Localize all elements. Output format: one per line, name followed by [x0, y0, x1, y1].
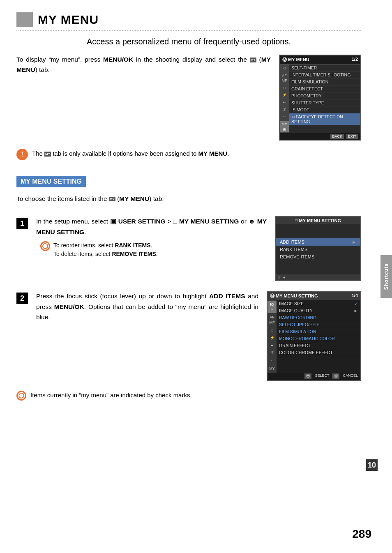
menu-item-shutter: SHUTTER TYPE [289, 99, 360, 106]
icon-iq: IQ [280, 65, 289, 71]
footer-cancel-icon: Ⓐ [332, 373, 339, 379]
intro-text: To display “my menu”, press MENU/OK in t… [16, 55, 271, 75]
camera-menu-display-3: Ⓜ MY MENU SETTING 1/4 IQ• AFMF □ ⚡ •• ℱ … [267, 291, 361, 381]
note-box-1: ! The MY tab is only available if option… [16, 149, 361, 160]
menu-item-color-chrome: COLOR CHROME EFFECT [277, 349, 360, 356]
footer-exit: EXIT [346, 134, 358, 139]
camera-menu-title-1: Ⓜ MY MENU [282, 57, 309, 63]
icon-cam: □ [280, 85, 289, 91]
menu-item-is: IS MODE [289, 106, 360, 113]
camera-menu-header-3: Ⓜ MY MENU SETTING 1/4 [267, 292, 360, 300]
camera-menu-page-1: 1/2 [352, 57, 358, 63]
note-text-1: The MY tab is only available if options … [32, 149, 361, 159]
menu-item-face: ☺FACE/EYE DETECTION SETTING [289, 113, 360, 125]
icon-cam-3: □ [267, 327, 277, 334]
icon-iq-3: IQ• [267, 301, 277, 313]
step-1-content: In the setup menu, select ▣ USER SETTING… [36, 216, 267, 258]
menu-item-mono: MONOCHROMATIC COLOR [277, 335, 360, 342]
menu-item-rank: RANK ITEMS [276, 246, 360, 253]
camera-menu-header-1: Ⓜ MY MENU 1/2 [280, 55, 360, 65]
subtitle: Access a personalized menu of frequently… [16, 37, 361, 46]
icon-wave-3: ∼ [267, 357, 277, 364]
subsection-intro: To choose the items listed in the MY (MY… [16, 194, 361, 203]
camera-menu-sidebar-1: IQ AFMF □ ⚡ •• ℱ ∼ MY▣ SELF-TIMER INTERV… [280, 65, 360, 133]
section-header: MY MENU [16, 12, 361, 27]
camera-icons-3: IQ• AFMF □ ⚡ •• ℱ ∼ MY [267, 300, 277, 373]
camera-menu-gap-2 [276, 260, 360, 273]
camera-menu-gap [276, 226, 360, 238]
camera-menu-footer-1: BACK EXIT [280, 133, 360, 140]
menu-item-grain-3: GRAIN EFFECT [277, 342, 360, 349]
footer-select-label: SELECT [315, 373, 329, 379]
camera-icons-1: IQ AFMF □ ⚡ •• ℱ ∼ MY▣ [280, 65, 289, 133]
menu-item-photometry: PHOTOMETRY [289, 92, 360, 99]
step-1-note-text: To reorder items, select RANK ITEMS. To … [53, 241, 158, 258]
icon-my-3: MY [267, 365, 277, 372]
menu-item-interval: INTERVAL TIMER SHOOTING [289, 71, 360, 78]
icon-my: MY▣ [280, 121, 289, 132]
tip-icon-bottom [16, 391, 26, 401]
camera-menu-sidebar-3: IQ• AFMF □ ⚡ •• ℱ ∼ MY IMAGE SIZE✓ [267, 300, 360, 373]
footer-select-icon: Ⓜ [304, 373, 311, 379]
subsection-heading: MY MENU SETTING [16, 176, 86, 187]
menu-item-film-sim: FILM SIMULATION [289, 78, 360, 85]
icon-wave: ∼ [280, 114, 289, 120]
menu-item-imgqual: IMAGE QUALITY► [277, 307, 360, 314]
icon-af: AFMF [280, 73, 289, 84]
menu-item-imgsize: IMAGE SIZE✓ [277, 300, 360, 307]
camera-menu-page-3: 1/4 [352, 293, 358, 299]
step-1-number: 1 [16, 218, 28, 229]
step-2-number: 2 [16, 293, 28, 304]
menu-item-jpeg: SELECT JPEG/HEIF [277, 321, 360, 328]
chapter-number: 10 [366, 459, 378, 471]
step-divider-1 [16, 211, 361, 211]
menu-item-film-sim-3: FILM SIMULATION [277, 328, 360, 335]
icon-flash-3: ⚡ [267, 334, 277, 341]
step-2-container: 2 Press the focus stick (focus lever) up… [16, 291, 361, 381]
step-2-content: Press the focus stick (focus lever) up o… [36, 291, 258, 323]
icon-dots: •• [280, 99, 289, 106]
intro-section: To display “my menu”, press MENU/OK in t… [16, 55, 361, 141]
bottom-note-text: Items currently in “my menu” are indicat… [30, 391, 192, 400]
menu-item-remove: REMOVE ITEMS [276, 253, 360, 260]
step1-menu-note: ℱ ◄ [278, 275, 286, 279]
step-1-container: 1 In the setup menu, select ▣ USER SETTI… [16, 216, 361, 281]
camera-menu-footer-3: Ⓜ SELECT Ⓐ CANCEL [267, 373, 360, 380]
icon-f: ℱ [280, 107, 289, 113]
my-badge-note: MY [44, 152, 51, 156]
camera-menu-body-2: ADD ITEMS► RANK ITEMS REMOVE ITEMS [276, 224, 360, 274]
icon-dots-3: •• [267, 342, 277, 349]
camera-menu-title-3: Ⓜ MY MENU SETTING [270, 293, 318, 299]
page-number: 289 [352, 528, 371, 541]
dotted-divider [16, 30, 361, 31]
footer-cancel-label: CANCEL [343, 373, 358, 379]
icon-flash: ⚡ [280, 92, 289, 98]
icon-f-3: ℱ [267, 350, 277, 357]
header-bar [16, 12, 33, 27]
camera-menu-items-3: IMAGE SIZE✓ IMAGE QUALITY► RAW RECORDING… [277, 300, 360, 373]
menu-item-grain: GRAIN EFFECT [289, 85, 360, 92]
icon-af-3: AFMF [267, 314, 277, 326]
my-badge-subsection: MY [109, 197, 115, 201]
tip-icon-step1 [40, 241, 50, 251]
footer-back: BACK [330, 134, 344, 139]
step-2-text: Press the focus stick (focus lever) up o… [36, 291, 258, 323]
camera-menu-display-2: □ MY MENU SETTING ADD ITEMS► RANK ITEMS … [275, 216, 361, 281]
warning-icon: ! [16, 149, 28, 160]
camera-menu-items-1: SELF-TIMER INTERVAL TIMER SHOOTING FILM … [289, 65, 360, 133]
my-badge-inline: MY [250, 58, 256, 62]
step-1-note: To reorder items, select RANK ITEMS. To … [36, 241, 267, 258]
camera-menu-header-2: □ MY MENU SETTING [276, 217, 360, 224]
bottom-note: Items currently in “my menu” are indicat… [16, 391, 361, 401]
menu-item-add: ADD ITEMS► [276, 238, 360, 246]
page-title: MY MENU [38, 13, 99, 27]
subsection-title: MY MENU SETTING [21, 178, 82, 185]
camera-menu-display-1: Ⓜ MY MENU 1/2 IQ AFMF □ ⚡ •• ℱ ∼ MY▣ [279, 55, 361, 141]
step-1-text: In the setup menu, select ▣ USER SETTING… [36, 216, 267, 237]
menu-item-self-timer: SELF-TIMER [289, 65, 360, 71]
menu-item-raw: RAW RECORDING [277, 314, 360, 321]
shortcuts-tab: Shortcuts [380, 255, 392, 298]
